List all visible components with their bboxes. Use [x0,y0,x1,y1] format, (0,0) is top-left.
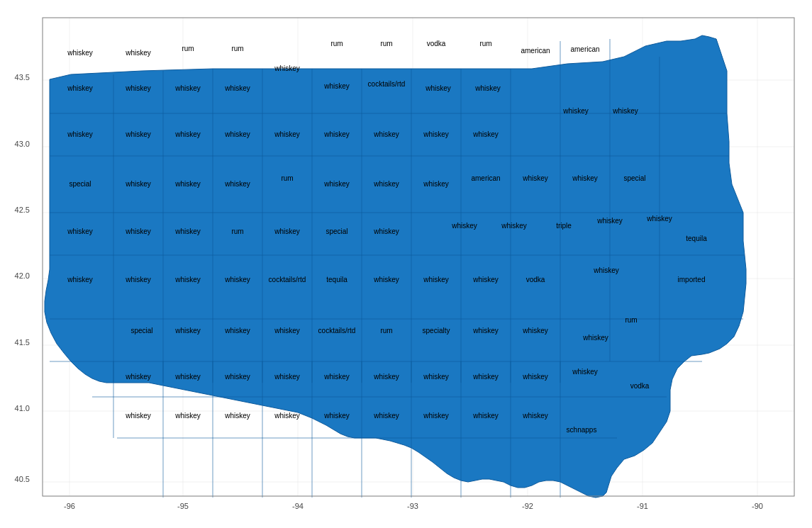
county-label: whiskey [646,215,672,223]
county-label: whiskey [125,84,151,92]
county-label: american [471,174,500,182]
county-label: rum [231,228,243,235]
county-label: rum [625,316,637,324]
county-label: whiskey [174,373,201,381]
y-label-40.5: 40.5 [15,475,30,483]
county-label: whiskey [323,130,350,138]
county-label: whiskey [423,180,449,188]
county-label: special [623,174,645,182]
county-label: whiskey [224,130,250,138]
county-label: whiskey [373,180,399,188]
county-label: whiskey [224,373,250,381]
y-label-42.5: 42.5 [15,206,30,214]
county-label: rum [281,174,293,182]
county-label: whiskey [593,266,619,274]
y-label-43.5: 43.5 [15,73,30,82]
county-label: whiskey [522,373,548,381]
county-label: cocktails/rtd [318,327,356,335]
county-label: whiskey [612,107,638,115]
chart-container: 40.5 41.0 41.5 42.0 42.5 43.0 43.5 -96 -… [0,0,812,528]
y-label-41.5: 41.5 [15,338,30,347]
county-label: rum [182,45,194,52]
county-label: whiskey [423,373,449,381]
county-label: whiskey [125,228,151,235]
x-label--90: -90 [752,502,763,510]
county-label: vodka [630,382,650,390]
county-label: rum [479,40,491,47]
y-label-42.0: 42.0 [15,271,30,280]
county-label: whiskey [174,412,201,420]
county-label: whiskey [472,412,499,420]
county-label: whiskey [125,180,151,188]
county-label: whiskey [125,130,151,138]
county-label: rum [330,40,343,47]
county-label: special [69,180,91,188]
y-label-43.0: 43.0 [15,140,30,148]
county-label: rum [380,40,392,47]
county-label: whiskey [373,276,399,283]
county-label: whiskey [323,82,350,90]
county-label: whiskey [425,84,451,92]
county-label: vodka [427,40,446,47]
county-label: imported [678,276,706,283]
county-label: whiskey [572,368,598,376]
county-label: whiskey [522,174,548,182]
county-label: schnapps [567,426,597,434]
county-label: rum [231,45,243,52]
county-label: whiskey [274,412,300,420]
county-label: whiskey [474,84,501,92]
county-label: whiskey [423,412,449,420]
county-label: whiskey [125,373,151,381]
iowa-map: 40.5 41.0 41.5 42.0 42.5 43.0 43.5 -96 -… [0,0,812,528]
county-label: whiskey [472,373,499,381]
county-label: whiskey [67,228,93,235]
county-label: whiskey [224,180,250,188]
county-label: whiskey [224,276,250,283]
county-label: whiskey [174,327,201,335]
x-label--94: -94 [292,502,304,510]
county-label: tequila [326,276,347,283]
x-label--95: -95 [177,502,189,510]
county-label: whiskey [224,412,250,420]
county-label: whiskey [174,180,201,188]
county-label: whiskey [472,276,499,283]
county-label: whiskey [472,130,499,138]
county-label: whiskey [562,107,589,115]
county-label: specialty [423,327,450,335]
county-label: triple [556,222,572,230]
county-label: whiskey [323,412,350,420]
county-label: whiskey [423,276,449,283]
county-label: whiskey [125,276,151,283]
county-label: vodka [526,276,545,283]
county-label: whiskey [373,412,399,420]
x-label--91: -91 [637,502,648,510]
county-label: whiskey [174,84,201,92]
county-label: whiskey [174,228,201,235]
county-label: whiskey [323,373,350,381]
county-label: whiskey [582,334,608,342]
county-label: whiskey [274,373,300,381]
county-label: whiskey [596,217,623,225]
county-label: whiskey [174,130,201,138]
county-label: whiskey [67,84,93,92]
county-label: whiskey [423,130,449,138]
county-label: whiskey [373,373,399,381]
y-label-41.0: 41.0 [15,404,30,412]
county-label: whiskey [522,327,548,335]
county-label: whiskey [323,180,350,188]
county-label: cocktails/rtd [368,80,406,88]
county-label: whiskey [224,327,250,335]
county-label: whiskey [125,412,151,420]
county-label: cocktails/rtd [269,276,306,283]
county-label: whiskey [274,327,300,335]
county-label: whiskey [67,49,93,57]
county-label: special [326,228,347,235]
x-label--93: -93 [407,502,418,510]
county-label: whiskey [274,64,300,72]
county-label: american [521,47,550,55]
county-label: whiskey [501,222,527,230]
county-label: rum [380,327,392,335]
county-label: whiskey [522,412,548,420]
county-label: whiskey [373,228,399,235]
county-label: whiskey [174,276,201,283]
